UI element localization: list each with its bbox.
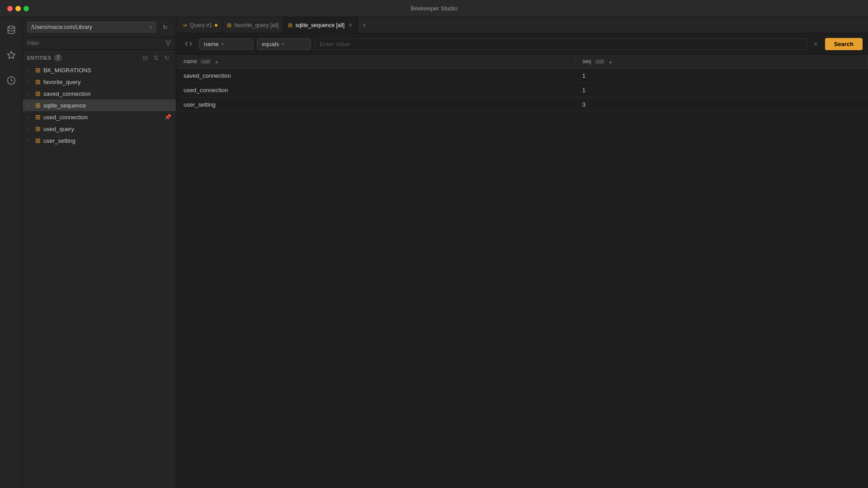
cell-name: saved_connection	[176, 69, 575, 83]
operator-value: equals	[262, 41, 279, 47]
pin-icon: 📌	[165, 114, 171, 120]
col-header-seq[interactable]: seq null ▲	[575, 55, 868, 69]
results-table: name null ▲ seq null ▲ saved_connection	[176, 55, 868, 488]
filter-icon[interactable]	[165, 40, 171, 47]
entities-header: ENTITIES 7 ⊟ ⇅ ↻	[23, 50, 176, 64]
entity-item[interactable]: › ⊞ favorite_query	[23, 76, 176, 88]
tab-modified-dot	[215, 24, 217, 27]
query-mode-icon[interactable]	[182, 37, 195, 51]
cell-name: user_setting	[176, 98, 575, 112]
field-selector[interactable]: name ▾	[199, 38, 253, 50]
entity-item[interactable]: › ⊞ saved_connection	[23, 88, 176, 99]
svg-point-0	[8, 26, 14, 28]
tab-label: sqlite_sequence [all]	[295, 22, 344, 28]
traffic-lights	[7, 6, 29, 11]
sidebar: /Users/macw.com/Library ▾ ↻ ENTITIES 7 ⊟…	[23, 17, 176, 488]
table-header-row: name null ▲ seq null ▲	[176, 55, 868, 69]
tab-favorite-query[interactable]: ⊞ favorite_query [all]	[222, 17, 283, 33]
chevron-right-icon: ›	[27, 80, 33, 84]
tab-query1[interactable]: ⇒ Query #1	[178, 17, 222, 33]
tab-close-icon[interactable]: ✕	[348, 22, 353, 28]
entity-item[interactable]: › ⊞ user_setting	[23, 135, 176, 146]
table-row[interactable]: saved_connection 1	[176, 69, 868, 83]
entity-item[interactable]: › ⊞ BK_MIGRATIONS	[23, 64, 176, 76]
main-content: ⇒ Query #1 ⊞ favorite_query [all] ⊞ sqli…	[176, 17, 868, 488]
tab-sqlite-sequence[interactable]: ⊞ sqlite_sequence [all] ✕	[283, 17, 358, 33]
grid-icon: ⊞	[35, 113, 41, 121]
tabs-bar: ⇒ Query #1 ⊞ favorite_query [all] ⊞ sqli…	[176, 17, 868, 33]
cell-name: used_connection	[176, 83, 575, 98]
entities-label: ENTITIES	[27, 55, 52, 61]
entity-item[interactable]: › ⊞ used_query	[23, 123, 176, 135]
minimize-button[interactable]	[15, 6, 21, 11]
chevron-right-icon: ›	[27, 91, 33, 96]
entity-list: › ⊞ BK_MIGRATIONS › ⊞ favorite_query › ⊞…	[23, 64, 176, 488]
add-tab-button[interactable]: +	[358, 21, 371, 29]
entities-actions: ⊟ ⇅ ↻	[141, 53, 171, 62]
collapse-all-icon[interactable]: ⊟	[141, 53, 150, 62]
filter-bar	[23, 38, 176, 50]
grid-icon: ⊞	[35, 137, 41, 144]
query-icon: ⇒	[183, 22, 187, 28]
search-button[interactable]: Search	[825, 38, 863, 50]
cell-seq: 3	[575, 98, 868, 112]
grid-icon: ⊞	[35, 66, 41, 74]
sort-icon[interactable]: ⇅	[151, 53, 160, 62]
star-icon-btn[interactable]	[3, 47, 19, 63]
history-icon-btn[interactable]	[3, 72, 19, 89]
chevron-right-icon: ›	[27, 103, 33, 108]
path-chevron-icon: ▾	[150, 25, 152, 30]
app-container: /Users/macw.com/Library ▾ ↻ ENTITIES 7 ⊟…	[0, 17, 868, 488]
refresh-entities-icon[interactable]: ↻	[162, 53, 171, 62]
operator-chevron-icon: ▾	[282, 42, 284, 47]
chevron-right-icon: ›	[27, 138, 33, 143]
grid-icon: ⊞	[35, 102, 41, 109]
data-table: name null ▲ seq null ▲ saved_connection	[176, 55, 868, 112]
table-icon: ⊞	[288, 22, 292, 28]
table-row[interactable]: user_setting 3	[176, 98, 868, 112]
value-input[interactable]	[315, 38, 807, 50]
operator-selector[interactable]: equals ▾	[257, 38, 311, 50]
query-toolbar: name ▾ equals ▾ ✕ Search	[176, 33, 868, 55]
maximize-button[interactable]	[24, 6, 29, 11]
col-name-label: name	[184, 58, 197, 65]
table-icon: ⊞	[227, 22, 231, 28]
grid-icon: ⊞	[35, 125, 41, 132]
close-button[interactable]	[7, 6, 13, 11]
col-seq-label: seq	[582, 58, 591, 65]
titlebar: Beekeeper Studio	[0, 0, 868, 17]
clear-button[interactable]: ✕	[811, 38, 821, 49]
entity-item-active[interactable]: › ⊞ sqlite_sequence	[23, 99, 176, 111]
sort-asc-icon[interactable]: ▲	[609, 59, 613, 64]
window-title: Beekeeper Studio	[410, 5, 457, 12]
cell-seq: 1	[575, 83, 868, 98]
table-body: saved_connection 1 used_connection 1 use…	[176, 69, 868, 112]
col-seq-badge: null	[594, 59, 605, 64]
database-icon-btn[interactable]	[3, 22, 19, 38]
chevron-right-icon: ›	[27, 68, 33, 73]
svg-marker-1	[7, 52, 15, 59]
sidebar-header: /Users/macw.com/Library ▾ ↻	[23, 17, 176, 38]
chevron-right-icon: ›	[27, 115, 33, 120]
table-row[interactable]: used_connection 1	[176, 83, 868, 98]
filter-input[interactable]	[27, 40, 163, 47]
entity-item[interactable]: › ⊞ used_connection 📌	[23, 111, 176, 123]
cell-seq: 1	[575, 69, 868, 83]
tab-label: favorite_query [all]	[234, 22, 278, 28]
chevron-right-icon: ›	[27, 127, 33, 131]
entities-count: 7	[54, 54, 62, 61]
field-chevron-icon: ▾	[222, 42, 224, 47]
grid-icon: ⊞	[35, 90, 41, 97]
refresh-button[interactable]: ↻	[159, 21, 171, 33]
sort-asc-icon[interactable]: ▲	[214, 59, 219, 64]
svg-marker-3	[165, 41, 171, 46]
tab-label: Query #1	[190, 22, 212, 28]
field-value: name	[204, 41, 219, 47]
icon-bar	[0, 17, 23, 488]
col-name-badge: null	[200, 59, 211, 64]
grid-icon: ⊞	[35, 78, 41, 85]
col-header-name[interactable]: name null ▲	[176, 55, 575, 69]
path-selector[interactable]: /Users/macw.com/Library ▾	[27, 22, 156, 33]
